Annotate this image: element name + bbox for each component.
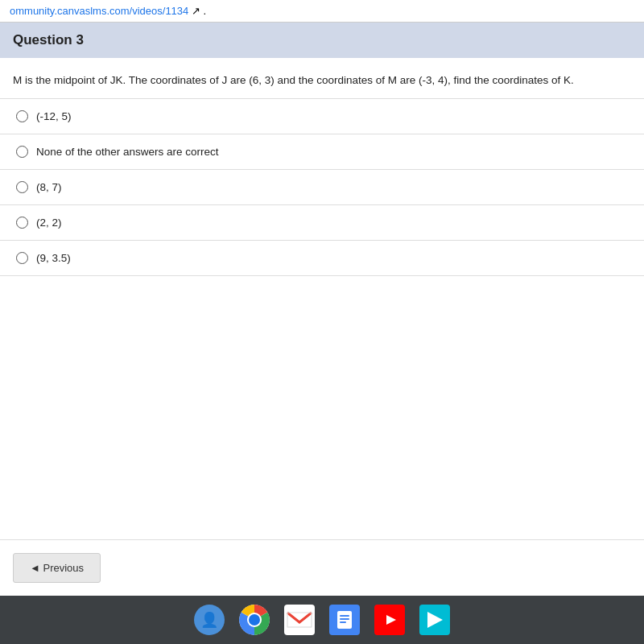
radio-button-2[interactable] [16,146,28,158]
answers-section: (-12, 5) None of the other answers are c… [0,99,644,539]
taskbar-people-icon[interactable]: 👤 [194,605,225,635]
answer-text-5: (9, 3.5) [36,252,71,264]
people-symbol: 👤 [200,611,218,629]
taskbar-playstore-icon[interactable] [419,605,450,635]
url-link[interactable]: ommunity.canvaslms.com/videos/1134 [10,5,188,17]
answer-option-1[interactable]: (-12, 5) [0,99,644,134]
question-header: Question 3 [0,23,644,58]
taskbar: 👤 [0,596,644,644]
previous-button[interactable]: ◄ Previous [13,553,101,583]
question-label: Question 3 [13,32,631,48]
svg-rect-7 [340,615,349,617]
radio-button-5[interactable] [16,252,28,264]
external-link-icon: ↗ . [192,5,206,17]
answer-option-5[interactable]: (9, 3.5) [0,241,644,276]
svg-rect-8 [340,618,349,620]
taskbar-gmail-icon[interactable] [284,605,315,635]
main-content: Question 3 M is the midpoint of JK. The … [0,23,644,596]
radio-button-3[interactable] [16,181,28,193]
taskbar-chrome-icon[interactable] [239,605,270,635]
answer-text-2: None of the other answers are correct [36,146,219,158]
radio-button-4[interactable] [16,217,28,229]
svg-point-2 [249,614,260,625]
question-body: M is the midpoint of JK. The coordinates… [0,58,644,99]
answer-text-4: (2, 2) [36,217,62,229]
taskbar-docs-icon[interactable] [329,605,360,635]
radio-button-1[interactable] [16,110,28,122]
svg-rect-9 [340,621,346,623]
url-bar: ommunity.canvaslms.com/videos/1134 ↗ . [0,0,644,23]
taskbar-youtube-icon[interactable] [374,605,405,635]
navigation-bar: ◄ Previous [0,539,644,596]
answer-option-2[interactable]: None of the other answers are correct [0,134,644,170]
answer-text-1: (-12, 5) [36,110,72,122]
answer-option-4[interactable]: (2, 2) [0,205,644,241]
answer-text-3: (8, 7) [36,181,62,193]
answer-option-3[interactable]: (8, 7) [0,170,644,205]
